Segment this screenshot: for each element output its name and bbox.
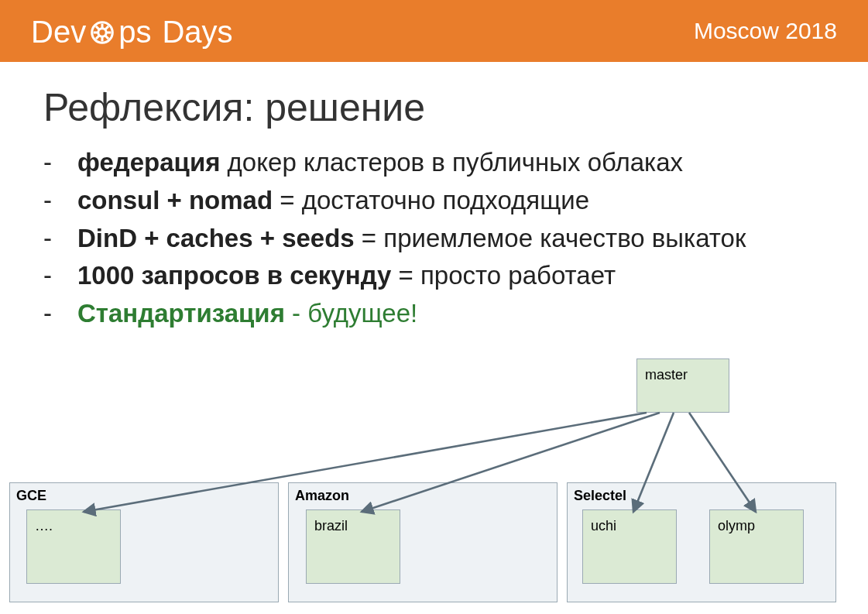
svg-line-6 [96,26,99,29]
bullet-item: DinD + caches + seeds = приемлемое качес… [43,220,868,258]
gear-icon [87,18,117,47]
master-node: master [636,358,729,413]
slide-title: Рефлексия: решение [43,85,868,130]
logo-days: Days [162,15,232,50]
bullet-item: Стандартизация - будущее! [43,295,868,333]
bullet-item: consul + nomad = достаточно подходящие [43,182,868,220]
svg-line-8 [96,35,99,38]
svg-point-1 [98,28,106,36]
bullet-list: федерация докер кластеров в публичных об… [43,144,868,333]
bullet-item: федерация докер кластеров в публичных об… [43,144,868,182]
logo-ps: ps [118,15,151,50]
logo-dev: Dev [31,15,86,50]
header-bar: Dev ps Days Moscow 2018 [0,0,868,62]
svg-line-7 [105,35,108,38]
selectel-node-uchi: uchi [582,509,677,584]
svg-line-9 [105,26,108,29]
event-label: Moscow 2018 [694,18,837,44]
gce-node: …. [26,509,121,584]
architecture-diagram: master GCE …. Amazon brazil Selectel uch… [0,358,868,614]
selectel-node-olymp: olymp [709,509,804,584]
bullet-item: 1000 запросов в секунду = просто работае… [43,257,868,295]
amazon-node: brazil [306,509,400,584]
logo: Dev ps Days [31,13,233,50]
